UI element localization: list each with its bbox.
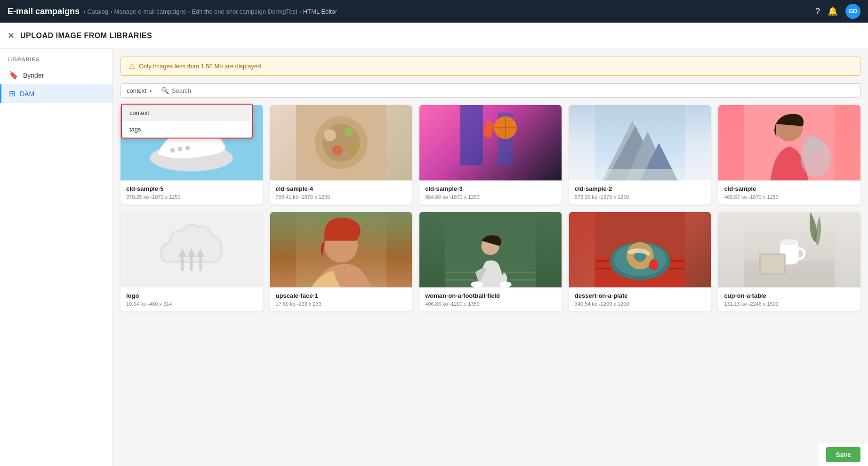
sidebar-item-bynder[interactable]: 🔖 Bynder (0, 66, 113, 84)
basketball-svg (419, 105, 562, 180)
main-layout: LIBRARIES 🔖 Bynder ⊞ DAM ⚠ Only images l… (0, 49, 868, 466)
image-info-upscale-face-1: upscale-face-1 17.69 ko -233 x 233 (270, 287, 412, 311)
image-thumb-cld-sample-4 (270, 105, 412, 180)
help-icon[interactable]: ? (815, 7, 820, 16)
image-name: logo (126, 292, 257, 299)
image-thumb-dessert-on-a-plate (569, 212, 711, 287)
image-name: dessert-on-a-plate (575, 292, 706, 299)
image-info-cld-sample-4: cld-sample-4 799.41 ko -1870 x 1250 (270, 180, 412, 204)
image-card-upscale-face-1[interactable]: upscale-face-1 17.69 ko -233 x 233 (270, 212, 412, 311)
context-dropdown[interactable]: context ▲ (127, 87, 157, 94)
svg-point-26 (803, 135, 821, 153)
bookmark-icon: 🔖 (9, 71, 18, 80)
svg-point-1 (170, 148, 175, 153)
warning-icon: ⚠ (129, 62, 135, 71)
image-meta: 465.67 ko -1870 x 1250 (724, 194, 855, 200)
grid-icon: ⊞ (9, 89, 15, 98)
image-thumb-cup-on-a-table (718, 212, 860, 287)
breadcrumb-sep2: › (110, 8, 112, 15)
save-button[interactable]: Save (826, 447, 860, 462)
sidebar: LIBRARIES 🔖 Bynder ⊞ DAM (0, 49, 113, 466)
image-meta: 406.83 ko -1200 x 1350 (425, 301, 556, 307)
image-card-cld-sample[interactable]: cld-sample 465.67 ko -1870 x 1250 (718, 105, 860, 204)
breadcrumb-manage[interactable]: Manage e-mail campaigns (114, 8, 186, 15)
image-card-woman-on-a-football-field[interactable]: woman-on-a-football-field 406.83 ko -120… (419, 212, 562, 311)
page-title: UPLOAD IMAGE FROM LIBRARIES (20, 32, 152, 40)
svg-point-40 (499, 281, 512, 287)
image-name: cld-sample-5 (126, 185, 257, 192)
cup-svg (718, 212, 860, 287)
football-field-svg (419, 212, 562, 287)
image-info-cup-on-a-table: cup-on-a-table 131.15 ko -2246 x 1500 (718, 287, 860, 311)
svg-point-7 (324, 129, 336, 141)
search-dropdown-menu: context tags (121, 104, 253, 139)
breadcrumb-separator: › (83, 8, 85, 15)
chevron-up-icon: ▲ (148, 88, 153, 93)
close-button[interactable]: ✕ (8, 31, 15, 41)
image-name: woman-on-a-football-field (425, 292, 556, 299)
image-info-cld-sample-2: cld-sample-2 578.35 ko -1870 x 1250 (569, 180, 711, 204)
svg-point-2 (178, 147, 183, 151)
image-thumb-cld-sample (718, 105, 860, 180)
image-card-cup-on-a-table[interactable]: cup-on-a-table 131.15 ko -2246 x 1500 (718, 212, 860, 311)
image-info-cld-sample-3: cld-sample-3 884.60 ko -1870 x 1250 (419, 180, 562, 204)
sidebar-label-dam: DAM (20, 90, 34, 98)
sidebar-section-label: LIBRARIES (0, 57, 113, 66)
svg-point-39 (471, 281, 483, 287)
user-avatar[interactable]: GD (845, 4, 860, 19)
girl-svg (718, 105, 860, 180)
image-meta: 884.60 ko -1870 x 1250 (425, 194, 556, 200)
mountain-svg (569, 105, 711, 180)
app-title: E-mail campaigns (8, 7, 80, 16)
svg-point-3 (185, 146, 190, 150)
image-card-cld-sample-4[interactable]: cld-sample-4 799.41 ko -1870 x 1250 (270, 105, 412, 204)
food-svg (270, 105, 412, 180)
warning-text: Only images less than 1.50 Mo are displa… (139, 63, 263, 70)
image-name: cup-on-a-table (724, 292, 855, 299)
sidebar-item-dam[interactable]: ⊞ DAM (0, 84, 113, 103)
page-header: ✕ UPLOAD IMAGE FROM LIBRARIES (0, 23, 868, 49)
image-thumb-cld-sample-2 (569, 105, 711, 180)
svg-point-10 (348, 145, 356, 153)
redhead-svg (270, 212, 412, 287)
image-meta: 17.69 ko -233 x 233 (276, 301, 407, 307)
dropdown-item-tags[interactable]: tags (122, 121, 252, 138)
notification-icon[interactable]: 🔔 (828, 6, 838, 16)
breadcrumb-sep3: › (188, 8, 190, 15)
image-info-cld-sample-5: cld-sample-5 370.25 ko -1870 x 1250 (121, 180, 263, 204)
svg-point-8 (344, 127, 353, 136)
image-card-logo[interactable]: logo 10.64 ko -480 x 314 (121, 212, 263, 311)
image-meta: 10.64 ko -480 x 314 (126, 301, 257, 307)
svg-rect-12 (460, 105, 483, 165)
image-name: cld-sample-3 (425, 185, 556, 192)
search-bar: context ▲ 🔍 context tags (121, 83, 860, 98)
svg-rect-55 (761, 255, 784, 273)
svg-rect-11 (445, 105, 536, 180)
search-input-wrap: 🔍 (161, 87, 854, 94)
image-name: cld-sample-4 (276, 185, 407, 192)
image-name: upscale-face-1 (276, 292, 407, 299)
breadcrumb-sep4: › (299, 8, 301, 15)
search-input[interactable] (172, 87, 854, 94)
image-card-dessert-on-a-plate[interactable]: dessert-on-a-plate 340.54 ko -1200 x 120… (569, 212, 711, 311)
svg-point-9 (332, 145, 342, 155)
image-thumb-woman-on-a-football-field (419, 212, 562, 287)
context-label: context (127, 87, 146, 94)
image-name: cld-sample (724, 185, 855, 192)
image-meta: 131.15 ko -2246 x 1500 (724, 301, 855, 307)
content-area: ⚠ Only images less than 1.50 Mo are disp… (113, 49, 868, 466)
image-thumb-cld-sample-3 (419, 105, 562, 180)
dropdown-item-context[interactable]: context (122, 105, 252, 121)
image-card-cld-sample-3[interactable]: cld-sample-3 884.60 ko -1870 x 1250 (419, 105, 562, 204)
image-info-cld-sample: cld-sample 465.67 ko -1870 x 1250 (718, 180, 860, 204)
breadcrumb: › Catalog › Manage e-mail campaigns › Ed… (83, 8, 337, 15)
breadcrumb-edit[interactable]: Edit the one shot campaign DormgTest (192, 8, 297, 15)
image-meta: 578.35 ko -1870 x 1250 (575, 194, 706, 200)
image-meta: 799.41 ko -1870 x 1250 (276, 194, 407, 200)
search-icon: 🔍 (161, 87, 169, 94)
top-navigation: E-mail campaigns › Catalog › Manage e-ma… (0, 0, 868, 23)
breadcrumb-catalog[interactable]: Catalog (87, 8, 108, 15)
sidebar-label-bynder: Bynder (23, 72, 44, 79)
image-card-cld-sample-2[interactable]: cld-sample-2 578.35 ko -1870 x 1250 (569, 105, 711, 204)
image-thumb-logo (121, 212, 263, 287)
